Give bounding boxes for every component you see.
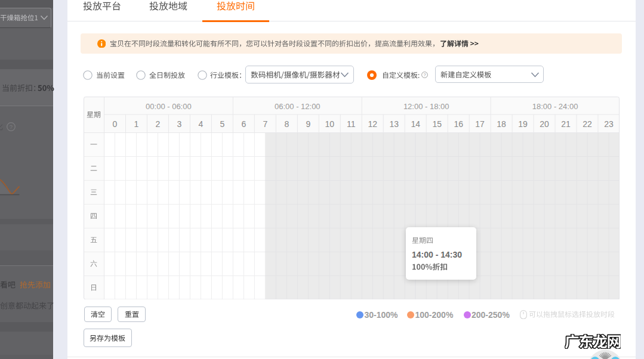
svg-text:3: 3 [177,119,182,129]
svg-text:18:00 - 24:00: 18:00 - 24:00 [532,102,578,111]
svg-text:2: 2 [156,119,161,129]
svg-text:13: 13 [389,119,399,129]
svg-text:19: 19 [518,119,528,129]
svg-text:06:00 - 12:00: 06:00 - 12:00 [275,102,321,111]
svg-text:9: 9 [306,119,310,129]
svg-text:12:00 - 18:00: 12:00 - 18:00 [403,102,449,111]
svg-text:16: 16 [454,119,463,129]
svg-text:22: 22 [583,119,592,129]
svg-text:11: 11 [347,119,356,129]
svg-text:?: ? [10,123,13,130]
svg-text:10: 10 [325,119,335,129]
svg-text:6: 6 [242,119,246,129]
svg-text:0: 0 [113,119,118,129]
svg-text:12: 12 [368,119,377,129]
svg-text:7: 7 [263,119,267,129]
svg-text:8: 8 [284,119,289,129]
svg-text:00:00 - 06:00: 00:00 - 06:00 [146,102,192,111]
svg-text:17: 17 [475,119,485,129]
svg-text:1: 1 [134,119,139,129]
svg-text:4: 4 [199,119,204,129]
svg-text:23: 23 [604,119,614,129]
svg-text:5: 5 [220,119,225,129]
svg-text:18: 18 [497,119,506,129]
svg-text:20: 20 [540,119,549,129]
svg-text:?: ? [423,72,426,78]
svg-text:21: 21 [561,119,571,129]
svg-text:15: 15 [432,119,442,129]
svg-text:14: 14 [411,119,420,129]
